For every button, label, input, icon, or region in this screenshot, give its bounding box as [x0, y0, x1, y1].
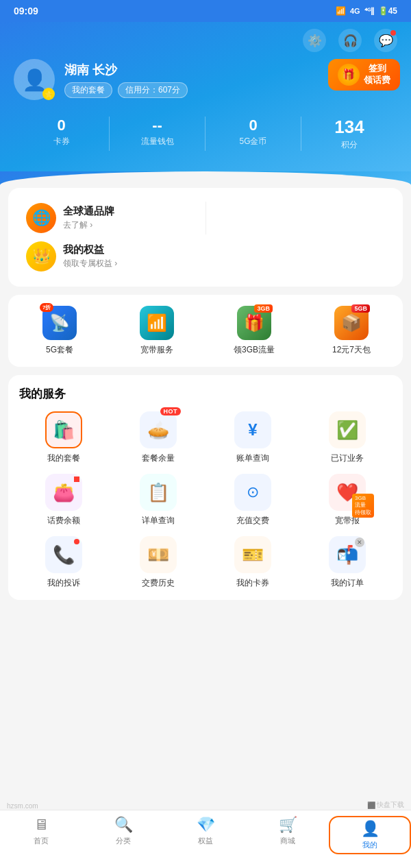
message-button[interactable]: 💬 [374, 29, 397, 52]
mine-icon: 👤 [361, 820, 379, 838]
service-complaint[interactable]: 📞 我的投诉 [19, 536, 108, 589]
signin-label: 签到 领话费 [364, 63, 390, 86]
service-broadband-report[interactable]: ❤️ 3GB 流量 待领取 宽带报 [303, 474, 392, 527]
credit-tag[interactable]: 信用分：607分 [118, 82, 188, 98]
my-plan-icon: 🛍️ [53, 420, 75, 441]
stat-5g-value: 0 [206, 117, 301, 134]
bill-icon-wrap: ¥ [234, 411, 271, 448]
service-plan-balance[interactable]: 🥧 HOT 套餐余量 [114, 411, 203, 464]
complaint-icon-wrap: 📞 [45, 536, 82, 573]
signin-button[interactable]: 🎁 签到 领话费 [328, 59, 400, 91]
complaint-dot [74, 539, 79, 544]
battery-icon: 🔋45 [378, 6, 397, 16]
payment-history-label: 交费历史 [142, 577, 175, 589]
my-rights[interactable]: 👑 我的权益 领取专属权益 › [19, 237, 206, 276]
signal-4g-icon: 4G [350, 7, 360, 15]
orders-x-badge: ✕ [355, 538, 364, 547]
plan-balance-icon: 🥧 [147, 420, 169, 441]
time: 09:09 [14, 5, 38, 16]
brand-global[interactable]: 🌐 全球通品牌 去了解 › [19, 199, 206, 237]
subscribed-icon: ✅ [336, 420, 358, 441]
settings-button[interactable]: ⚙️ [303, 29, 326, 52]
coupons-icon-wrap: 🎫 [234, 536, 271, 573]
star-badge: ⭐ [42, 88, 55, 100]
user-tags: 我的套餐 信用分：607分 [64, 82, 188, 98]
service-my-coupons[interactable]: 🎫 我的卡券 [208, 536, 297, 589]
detail-icon-wrap: 📋 [140, 474, 177, 511]
bill-icon: ¥ [248, 420, 257, 439]
service-balance[interactable]: 👛 话费余额 [19, 474, 108, 527]
global-brand-subtitle: 去了解 › [63, 219, 114, 231]
global-brand-text: 全球通品牌 去了解 › [63, 205, 114, 231]
quick-5g-plan[interactable]: 📡 7折 5G套餐 [14, 306, 105, 356]
broadband-report-icon-wrap: ❤️ 3GB 流量 待领取 [329, 474, 366, 511]
stat-coupons-label: 卡券 [14, 136, 109, 147]
category-icon: 🔍 [114, 816, 133, 834]
stat-points-label: 积分 [301, 139, 397, 151]
quick-broadband[interactable]: 📶 宽带服务 [111, 306, 203, 356]
5g-plan-label: 5G套餐 [46, 344, 73, 356]
global-brand-icon: 🌐 [26, 203, 56, 233]
stats-row: 0 卡券 -- 流量钱包 0 5G金币 134 积分 [0, 107, 411, 151]
service-detail[interactable]: 📋 详单查询 [114, 474, 203, 527]
plan-tag[interactable]: 我的套餐 [64, 82, 112, 98]
nav-rights[interactable]: 💎 权益 [164, 816, 247, 854]
recharge-icon-wrap: ⊙ [234, 474, 271, 511]
watermark-left: hzsm.com [7, 802, 38, 810]
service-my-plan[interactable]: 🛍️ 我的套餐 [19, 411, 108, 464]
stat-5g-coins[interactable]: 0 5G金币 [206, 117, 301, 151]
stat-points[interactable]: 134 积分 [301, 117, 397, 151]
stat-traffic-wallet[interactable]: -- 流量钱包 [110, 117, 206, 151]
service-subscribed[interactable]: ✅ 已订业务 [303, 411, 392, 464]
headset-icon: 🎧 [343, 34, 358, 48]
quick-menu: 📡 7折 5G套餐 📶 宽带服务 🎁 3GB 领3GB流量 📦 5GB 12元7… [8, 295, 403, 367]
watermark-right: ⬛ 快盘下载 [367, 800, 404, 810]
coupons-label: 我的卡券 [236, 577, 269, 589]
subscribed-label: 已订业务 [331, 453, 364, 464]
stat-traffic-label: 流量钱包 [110, 136, 205, 147]
nav-mine[interactable]: 👤 我的 [329, 816, 411, 854]
bill-label: 账单查询 [236, 453, 269, 464]
payment-history-icon: 💴 [147, 544, 169, 566]
service-orders[interactable]: 📬 ✕ 我的订单 [303, 536, 392, 589]
status-icons: 📶 4G ⁴ᴳǁ 🔋45 [336, 6, 397, 16]
stat-5g-label: 5G金币 [206, 136, 301, 147]
service-payment-history[interactable]: 💴 交费历史 [114, 536, 203, 589]
3gb-label: 领3GB流量 [234, 344, 275, 356]
avatar[interactable]: 👤 ⭐ [14, 59, 55, 100]
plan-balance-icon-wrap: 🥧 HOT [140, 411, 177, 448]
detail-label: 详单查询 [142, 515, 175, 527]
hot-badge: HOT [160, 407, 182, 415]
headset-button[interactable]: 🎧 [338, 29, 362, 52]
3gb-badge: 3GB [254, 304, 273, 313]
7day-icon: 📦 5GB [334, 306, 369, 340]
signin-icon: 🎁 [338, 64, 360, 86]
rights-title: 我的权益 [63, 243, 117, 256]
home-icon: 🖥 [34, 816, 49, 834]
home-label: 首页 [34, 836, 49, 846]
my-services-section: 我的服务 🛍️ 我的套餐 🥧 HOT 套餐余量 ¥ 账单查询 [8, 375, 403, 600]
recharge-icon: ⊙ [247, 483, 259, 501]
quick-7day[interactable]: 📦 5GB 12元7天包 [306, 306, 397, 356]
broadband-icon: 📶 [140, 306, 174, 340]
service-bill[interactable]: ¥ 账单查询 [208, 411, 297, 464]
message-icon: 💬 [379, 34, 393, 48]
nav-home[interactable]: 🖥 首页 [0, 816, 82, 854]
settings-icon: ⚙️ [308, 34, 322, 48]
rights-subtitle: 领取专属权益 › [63, 258, 117, 269]
complaint-label: 我的投诉 [47, 577, 80, 589]
balance-label: 话费余额 [47, 515, 80, 527]
nav-category[interactable]: 🔍 分类 [82, 816, 164, 854]
global-brand-title: 全球通品牌 [63, 205, 114, 218]
store-label: 商城 [280, 836, 295, 846]
pending-badge: 3GB 流量 待领取 [352, 494, 374, 518]
detail-icon: 📋 [147, 482, 169, 503]
3gb-icon: 🎁 3GB [237, 306, 271, 340]
orders-label: 我的订单 [331, 577, 364, 589]
header-section: ⚙️ 🎧 💬 👤 ⭐ 湖南 长沙 我的套餐 信用分：607分 🎁 签到 领话费 [0, 22, 411, 171]
service-recharge[interactable]: ⊙ 充值交费 [208, 474, 297, 527]
nav-store[interactable]: 🛒 商城 [247, 816, 329, 854]
stat-coupons[interactable]: 0 卡券 [14, 117, 110, 151]
rights-nav-label: 权益 [198, 836, 213, 846]
quick-3gb[interactable]: 🎁 3GB 领3GB流量 [208, 306, 300, 356]
